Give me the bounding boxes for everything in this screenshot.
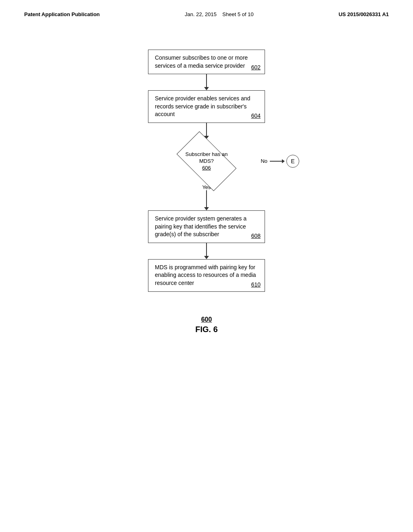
circle-e: E <box>286 155 299 168</box>
diamond-606-text: Subscriber has an MDS? <box>186 151 228 164</box>
box-610-ref: 610 <box>251 281 261 289</box>
diamond-text: Subscriber has an MDS? 606 <box>184 151 229 172</box>
box-602: Consumer subscribes to one or more servi… <box>148 50 265 74</box>
page-header: Patent Application Publication Jan. 22, … <box>0 0 413 17</box>
arrow-line <box>206 243 207 256</box>
arrowhead <box>204 207 209 210</box>
diamond-606-ref: 606 <box>202 164 211 170</box>
fig-label: 600 FIG. 6 <box>195 316 218 334</box>
no-label: No <box>261 158 267 164</box>
box-608: Service provider system generates a pair… <box>148 210 265 243</box>
box-608-ref: 608 <box>251 232 261 240</box>
header-date: Jan. 22, 2015 <box>185 11 217 17</box>
no-arrow-row: Subscriber has an MDS? 606 No E <box>114 139 299 183</box>
diagram-area: Consumer subscribes to one or more servi… <box>0 50 413 334</box>
box-602-text: Consumer subscribes to one or more servi… <box>155 54 248 69</box>
box-610: MDS is programmed with pairing key for e… <box>148 259 265 292</box>
arrow-602-to-604 <box>204 74 209 90</box>
horizontal-arrow <box>270 159 285 163</box>
header-left: Patent Application Publication <box>24 11 100 17</box>
box-602-ref: 602 <box>251 64 261 72</box>
box-608-text: Service provider system generates a pair… <box>155 215 246 237</box>
arrow-line <box>206 74 207 87</box>
arrow-line <box>206 190 207 207</box>
box-610-text: MDS is programmed with pairing key for e… <box>155 264 256 286</box>
arrowhead <box>204 256 209 259</box>
box-604: Service provider enables services and re… <box>148 90 265 123</box>
arrow-606-to-608 <box>204 190 209 210</box>
no-branch: No E <box>261 155 299 168</box>
header-sheet: Sheet 5 of 10 <box>222 11 253 17</box>
arrow-line <box>206 123 207 136</box>
h-line <box>270 161 282 162</box>
arrowhead <box>204 87 209 90</box>
fig-number: 600 <box>195 316 218 323</box>
decision-wrapper-606: Subscriber has an MDS? 606 No E Yes <box>114 139 299 190</box>
header-center: Jan. 22, 2015 Sheet 5 of 10 <box>185 11 254 17</box>
h-arrowhead <box>282 159 285 163</box>
fig-caption: FIG. 6 <box>195 325 218 334</box>
arrow-608-to-610 <box>204 243 209 259</box>
header-right: US 2015/0026331 A1 <box>338 11 389 17</box>
box-604-ref: 604 <box>251 112 261 120</box>
box-604-text: Service provider enables services and re… <box>155 95 250 117</box>
diamond-606: Subscriber has an MDS? 606 <box>166 139 247 183</box>
